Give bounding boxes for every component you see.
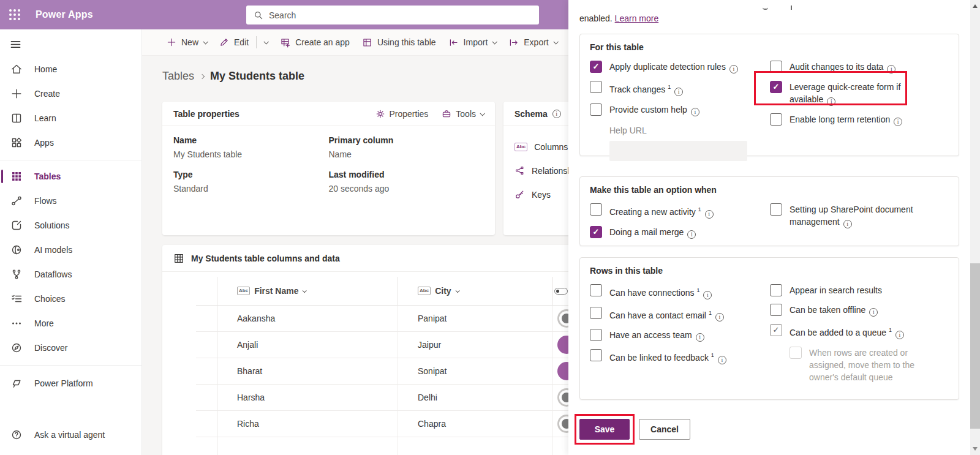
checkbox[interactable]: [770, 304, 782, 316]
sidebar-item-flows[interactable]: Flows: [0, 189, 141, 213]
checkbox[interactable]: [770, 203, 782, 216]
checkbox[interactable]: [590, 103, 602, 116]
sidebar-item-label: Ask a virtual agent: [34, 430, 105, 440]
row-select-gutter[interactable]: [196, 385, 217, 410]
sidebar-item-solutions[interactable]: Solutions: [0, 213, 141, 238]
cell-first-name: Harsha: [237, 393, 265, 402]
gear-icon: [375, 109, 385, 119]
info-icon[interactable]: [729, 65, 738, 73]
toolbar-divider: [256, 36, 257, 48]
edit-split-chevron[interactable]: [258, 29, 274, 55]
info-icon[interactable]: [552, 110, 561, 118]
row-select-gutter[interactable]: [196, 411, 217, 437]
global-search-box[interactable]: [246, 6, 539, 24]
collapse-nav-button[interactable]: [0, 32, 29, 56]
column-header-city[interactable]: Abc City: [398, 277, 553, 305]
checkbox[interactable]: [770, 324, 782, 336]
export-button[interactable]: Export: [502, 29, 563, 55]
sidebar-item-ask-virtual-agent[interactable]: Ask a virtual agent: [0, 423, 141, 447]
checkbox[interactable]: [590, 203, 602, 216]
info-icon[interactable]: [887, 65, 895, 73]
sidebar-item-home[interactable]: Home: [0, 57, 141, 81]
apps-grid-icon: [10, 137, 23, 149]
page-scrollbar[interactable]: [970, 0, 980, 455]
info-icon[interactable]: [715, 313, 724, 322]
cell-first-name: Bharat: [237, 366, 262, 376]
breadcrumb-tables-link[interactable]: Tables: [162, 70, 194, 83]
info-icon[interactable]: [703, 291, 712, 299]
info-icon[interactable]: [827, 97, 835, 106]
sidebar-item-more[interactable]: More: [0, 311, 141, 336]
sidebar-item-power-platform[interactable]: Power Platform: [0, 371, 141, 396]
create-an-app-button[interactable]: Create an app: [274, 29, 356, 55]
checkmark-icon: [771, 304, 782, 315]
info-icon[interactable]: [895, 331, 904, 339]
help-url-field-group: Help URL: [609, 126, 770, 161]
checkbox-row-sharepoint-document: Setting up SharePoint document managemen…: [770, 203, 949, 228]
cancel-button[interactable]: Cancel: [639, 419, 690, 440]
field-value: 20 seconds ago: [329, 184, 484, 194]
checkbox[interactable]: [590, 329, 602, 341]
sidebar-item-discover[interactable]: Discover: [0, 336, 141, 360]
scroll-up-arrow-icon[interactable]: [973, 4, 978, 8]
scroll-down-arrow-icon[interactable]: [973, 447, 978, 451]
question-circle-icon: [10, 429, 23, 441]
sidebar-item-tables[interactable]: Tables: [0, 164, 141, 189]
info-icon[interactable]: [869, 308, 878, 317]
row-select-gutter[interactable]: [196, 358, 217, 384]
checkbox[interactable]: [590, 349, 602, 361]
checkbox[interactable]: [590, 61, 602, 73]
checkbox-row-leverage-quick-create: Leverage quick-create form if available: [770, 81, 949, 106]
info-icon[interactable]: [894, 118, 902, 126]
key-icon: [514, 189, 525, 200]
sidebar-item-learn[interactable]: Learn: [0, 106, 141, 130]
properties-button[interactable]: Properties: [375, 109, 429, 119]
checkmark-icon: [590, 81, 601, 92]
info-icon[interactable]: [696, 333, 704, 342]
checkbox[interactable]: [590, 226, 602, 238]
checkbox[interactable]: [770, 61, 782, 73]
edit-button[interactable]: Edit: [213, 29, 255, 55]
checkbox[interactable]: [590, 307, 602, 319]
checkbox[interactable]: [590, 81, 602, 93]
checkbox-row-doing-mail-merge: Doing a mail merge: [590, 226, 770, 239]
checkmark-icon: [590, 104, 601, 115]
scrollbar-thumb[interactable]: [970, 263, 980, 429]
sidebar-item-create[interactable]: Create: [0, 81, 141, 106]
checkbox[interactable]: [770, 113, 782, 126]
row-select-gutter[interactable]: [196, 306, 217, 331]
schema-item-label: Columns: [534, 142, 568, 152]
checkbox-row-apply-duplicate-detection: Apply duplicate detection rules: [590, 61, 770, 73]
cell-city: Jaipur: [418, 340, 441, 350]
info-icon[interactable]: [687, 230, 696, 239]
sidebar-item-dataflows[interactable]: Dataflows: [0, 262, 141, 287]
info-icon[interactable]: [674, 88, 683, 96]
sidebar-item-label: Home: [34, 64, 57, 74]
checkmark-icon: [771, 81, 782, 92]
save-button[interactable]: Save: [579, 419, 630, 440]
checkbox-row-access-team: Have an access team: [590, 329, 770, 342]
checkbox-label: Can be added to a queue 1: [790, 324, 923, 339]
new-button[interactable]: New: [160, 29, 213, 55]
checkbox[interactable]: [590, 284, 602, 296]
learn-more-link[interactable]: Learn more: [615, 13, 659, 23]
row-select-gutter[interactable]: [196, 332, 217, 358]
checkmark-icon: [771, 114, 782, 125]
sidebar-item-ai-models[interactable]: AI models: [0, 238, 141, 262]
info-icon[interactable]: [705, 210, 714, 219]
search-input[interactable]: [269, 10, 532, 20]
app-launcher-button[interactable]: [0, 0, 29, 29]
import-button[interactable]: Import: [442, 29, 503, 55]
info-icon[interactable]: [718, 356, 726, 364]
tools-button[interactable]: Tools: [442, 109, 484, 119]
checkbox[interactable]: [770, 81, 782, 93]
sidebar-item-choices[interactable]: Choices: [0, 287, 141, 311]
info-icon[interactable]: [691, 108, 699, 116]
help-url-input[interactable]: [609, 141, 747, 161]
using-this-table-button[interactable]: Using this table: [356, 29, 442, 55]
clipped-text-remnant: [791, 6, 792, 10]
checkbox[interactable]: [770, 284, 782, 296]
sidebar-item-apps[interactable]: Apps: [0, 130, 141, 155]
column-header-first-name[interactable]: Abc First Name: [217, 277, 398, 305]
info-icon[interactable]: [843, 220, 852, 228]
